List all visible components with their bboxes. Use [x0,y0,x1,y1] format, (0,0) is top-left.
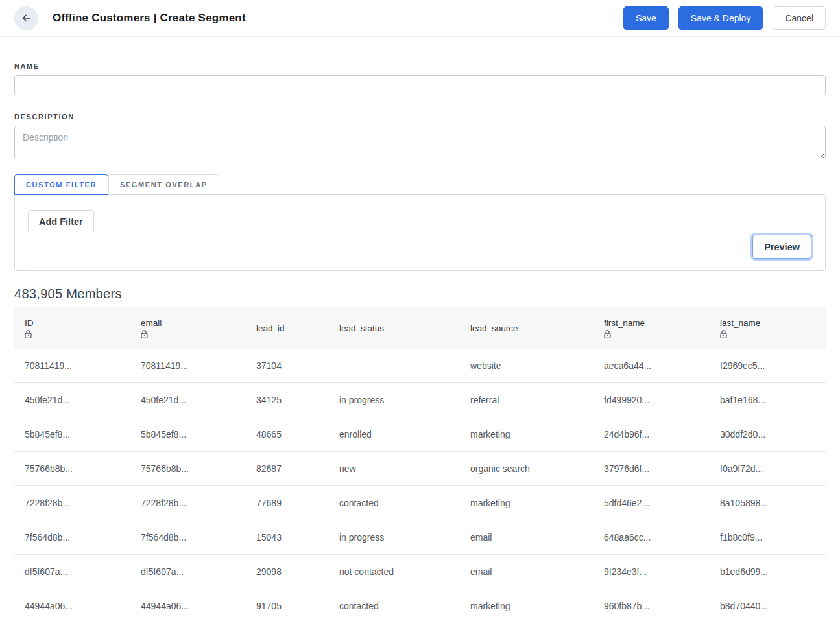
back-button[interactable] [14,6,38,30]
cell-lead_source: marketing [460,417,594,452]
column-header-id: ID [14,307,130,349]
cell-email: 44944a06... [130,589,246,619]
table-row: 7f564d8b...7f564d8b...15043in progressem… [14,520,826,555]
cell-lead_id: 91705 [246,589,329,619]
topbar-actions: Save Save & Deploy Cancel [623,6,826,30]
cell-id: 7f564d8b... [14,520,130,555]
cell-last_name: 8a105898... [710,486,826,520]
column-header-lead_source: lead_source [460,307,594,349]
save-deploy-button[interactable]: Save & Deploy [678,6,763,30]
cell-id: 44944a06... [14,589,130,619]
cell-email: 70811419... [130,349,246,383]
cell-lead_id: 29098 [246,555,329,589]
cell-lead_source: email [460,555,594,589]
column-label: lead_status [339,323,450,334]
cell-lead_status: contacted [329,589,460,619]
cell-lead_source: marketing [460,589,594,619]
cell-first_name: 648aa6cc... [594,520,710,555]
cell-last_name: f1b8c0f9... [710,520,826,555]
description-input[interactable] [14,126,826,159]
cell-last_name: b1ed6d99... [710,555,826,589]
cell-last_name: 30ddf2d0... [710,417,826,452]
members-table: IDemaillead_idlead_statuslead_sourcefirs… [14,307,826,619]
column-header-lead_status: lead_status [329,307,460,349]
cell-email: df5f607a... [130,555,246,589]
cell-lead_id: 48665 [246,417,329,452]
column-label: lead_source [470,323,583,334]
cell-id: 5b845ef8... [14,417,130,452]
cell-lead_status: enrolled [329,417,460,452]
table-row: 75766b8b...75766b8b...82687neworganic se… [14,452,826,486]
column-label: ID [25,318,120,329]
cell-id: df5f607a... [14,555,130,589]
name-input[interactable] [14,75,826,95]
cell-first_name: 9f234e3f... [594,555,710,589]
cell-lead_status: not contacted [329,555,460,589]
cell-last_name: f0a9f72d... [710,452,826,486]
cancel-button[interactable]: Cancel [773,6,826,30]
preview-button[interactable]: Preview [752,235,811,259]
lock-icon [604,330,611,338]
cell-lead_source: organic search [460,452,594,486]
cell-id: 7228f28b... [14,486,130,520]
cell-lead_source: referral [460,383,594,417]
cell-first_name: 960fb87b... [594,589,710,619]
cell-lead_status [329,349,460,383]
column-label: lead_id [256,323,318,334]
save-button[interactable]: Save [623,6,669,30]
column-label: email [141,318,235,329]
cell-email: 75766b8b... [130,452,246,486]
cell-last_name: f2969ec5... [710,349,826,383]
members-count-heading: 483,905 Members [14,286,826,301]
filter-panel: Add Filter Preview [14,194,826,271]
tab-custom-filter[interactable]: CUSTOM FILTER [14,174,108,195]
table-row: 5b845ef8...5b845ef8...48665enrolledmarke… [14,417,826,452]
column-header-last_name: last_name [710,307,826,349]
cell-lead_status: in progress [329,520,460,555]
cell-id: 75766b8b... [14,452,130,486]
column-header-email: email [130,307,246,349]
table-header-row: IDemaillead_idlead_statuslead_sourcefirs… [14,307,826,349]
cell-lead_id: 15043 [246,520,329,555]
column-label: last_name [720,318,815,329]
column-header-first_name: first_name [594,307,710,349]
cell-email: 450fe21d... [130,383,246,417]
cell-first_name: 24d4b96f... [594,417,710,452]
column-header-lead_id: lead_id [246,307,329,349]
lock-icon [25,330,32,338]
cell-lead_source: email [460,520,594,555]
cell-email: 5b845ef8... [130,417,246,452]
cell-lead_id: 77689 [246,486,329,520]
cell-last_name: b8d70440... [710,589,826,619]
table-row: 70811419...70811419...37104websiteaeca6a… [14,349,826,383]
add-filter-button[interactable]: Add Filter [28,210,94,233]
table-head: IDemaillead_idlead_statuslead_sourcefirs… [14,307,826,349]
cell-lead_status: in progress [329,383,460,417]
table-row: df5f607a...df5f607a...29098not contacted… [14,555,826,589]
description-label: DESCRIPTION [14,113,826,121]
tab-segment-overlap[interactable]: SEGMENT OVERLAP [108,174,219,195]
top-bar: Offline Customers | Create Segment Save … [0,0,840,36]
cell-lead_source: website [460,349,594,383]
tabs: CUSTOM FILTERSEGMENT OVERLAP [14,174,826,194]
cell-email: 7228f28b... [130,486,246,520]
cell-first_name: 37976d6f... [594,452,710,486]
lock-icon [141,330,148,338]
cell-lead_status: new [329,452,460,486]
main-content: NAME DESCRIPTION CUSTOM FILTERSEGMENT OV… [0,62,840,619]
cell-lead_id: 34125 [246,383,329,417]
cell-id: 70811419... [14,349,130,383]
column-label: first_name [604,318,699,329]
page-title: Offline Customers | Create Segment [53,12,623,25]
table-row: 450fe21d...450fe21d...34125in progressre… [14,383,826,417]
table-row: 44944a06...44944a06...91705contactedmark… [14,589,826,619]
cell-lead_status: contacted [329,486,460,520]
cell-lead_id: 37104 [246,349,329,383]
cell-last_name: baf1e168... [710,383,826,417]
cell-first_name: fd499920... [594,383,710,417]
cell-id: 450fe21d... [14,383,130,417]
cell-email: 7f564d8b... [130,520,246,555]
cell-lead_id: 82687 [246,452,329,486]
lock-icon [720,330,727,338]
arrow-left-icon [21,12,32,24]
